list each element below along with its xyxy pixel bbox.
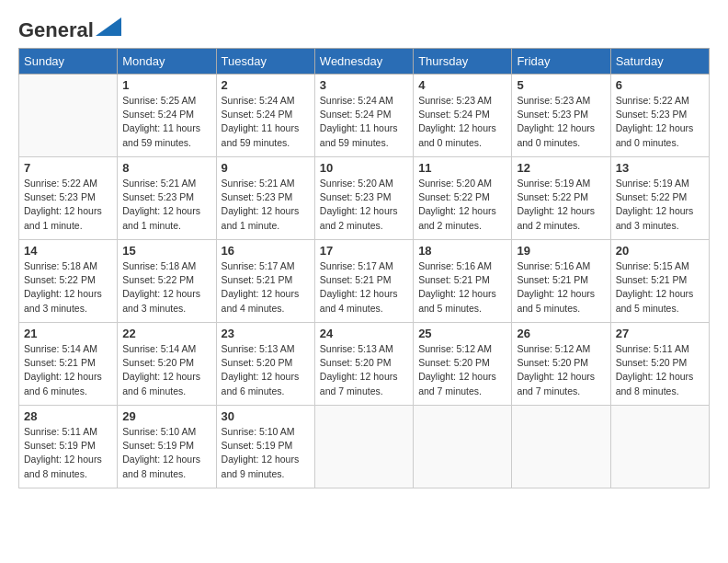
day-number: 7 [24,161,112,175]
calendar-table: SundayMondayTuesdayWednesdayThursdayFrid… [18,48,710,488]
calendar-cell: 21Sunrise: 5:14 AMSunset: 5:21 PMDayligh… [19,323,118,406]
calendar-cell: 15Sunrise: 5:18 AMSunset: 5:22 PMDayligh… [118,240,216,323]
day-number: 10 [320,161,408,175]
day-number: 9 [222,161,310,175]
day-info: Sunrise: 5:19 AMSunset: 5:22 PMDaylight:… [616,177,704,233]
weekday-header-tuesday: Tuesday [216,49,314,75]
calendar-cell: 16Sunrise: 5:17 AMSunset: 5:21 PMDayligh… [216,240,314,323]
day-info: Sunrise: 5:13 AMSunset: 5:20 PMDaylight:… [222,342,310,398]
day-number: 22 [122,327,210,340]
weekday-header-monday: Monday [118,49,216,75]
calendar-cell: 17Sunrise: 5:17 AMSunset: 5:21 PMDayligh… [314,240,413,323]
day-number: 17 [320,244,408,258]
day-info: Sunrise: 5:15 AMSunset: 5:21 PMDaylight:… [616,259,704,316]
day-info: Sunrise: 5:18 AMSunset: 5:22 PMDaylight:… [24,259,112,316]
calendar-cell: 1Sunrise: 5:25 AMSunset: 5:24 PMDaylight… [118,75,216,157]
calendar-cell: 10Sunrise: 5:20 AMSunset: 5:23 PMDayligh… [314,157,413,240]
day-info: Sunrise: 5:11 AMSunset: 5:20 PMDaylight:… [616,342,704,398]
day-info: Sunrise: 5:22 AMSunset: 5:23 PMDaylight:… [24,177,112,233]
calendar-cell: 9Sunrise: 5:21 AMSunset: 5:23 PMDaylight… [216,157,314,240]
calendar-cell: 5Sunrise: 5:23 AMSunset: 5:23 PMDaylight… [512,75,610,157]
day-number: 3 [320,78,408,92]
calendar-week-row: 28Sunrise: 5:11 AMSunset: 5:19 PMDayligh… [19,406,710,488]
day-info: Sunrise: 5:12 AMSunset: 5:20 PMDaylight:… [517,342,605,398]
day-number: 18 [418,244,506,258]
day-number: 24 [320,327,408,340]
day-number: 12 [517,161,605,175]
day-number: 29 [122,409,210,423]
calendar-cell: 12Sunrise: 5:19 AMSunset: 5:22 PMDayligh… [512,157,610,240]
day-info: Sunrise: 5:24 AMSunset: 5:24 PMDaylight:… [320,94,408,150]
day-number: 20 [616,244,704,258]
logo-general: General [18,18,94,42]
day-number: 19 [517,244,605,258]
weekday-header-saturday: Saturday [610,49,709,75]
day-number: 1 [122,78,210,92]
calendar-cell: 25Sunrise: 5:12 AMSunset: 5:20 PMDayligh… [414,323,512,406]
day-info: Sunrise: 5:23 AMSunset: 5:23 PMDaylight:… [517,94,605,150]
calendar-cell: 3Sunrise: 5:24 AMSunset: 5:24 PMDaylight… [314,75,413,157]
weekday-header-thursday: Thursday [414,49,512,75]
weekday-header-wednesday: Wednesday [314,49,413,75]
day-number: 27 [616,327,704,340]
day-info: Sunrise: 5:16 AMSunset: 5:21 PMDaylight:… [418,259,506,316]
day-info: Sunrise: 5:22 AMSunset: 5:23 PMDaylight:… [616,94,704,150]
calendar-cell [414,406,512,488]
day-number: 4 [418,78,506,92]
calendar-cell: 13Sunrise: 5:19 AMSunset: 5:22 PMDayligh… [610,157,709,240]
calendar-week-row: 14Sunrise: 5:18 AMSunset: 5:22 PMDayligh… [19,240,710,323]
day-info: Sunrise: 5:24 AMSunset: 5:24 PMDaylight:… [222,94,310,150]
day-info: Sunrise: 5:12 AMSunset: 5:20 PMDaylight:… [418,342,506,398]
calendar-cell: 7Sunrise: 5:22 AMSunset: 5:23 PMDaylight… [19,157,118,240]
svg-marker-0 [96,17,121,36]
calendar-week-row: 21Sunrise: 5:14 AMSunset: 5:21 PMDayligh… [19,323,710,406]
day-number: 25 [418,327,506,340]
calendar-cell: 26Sunrise: 5:12 AMSunset: 5:20 PMDayligh… [512,323,610,406]
day-info: Sunrise: 5:19 AMSunset: 5:22 PMDaylight:… [517,177,605,233]
page-header: General [18,18,710,39]
calendar-cell: 28Sunrise: 5:11 AMSunset: 5:19 PMDayligh… [19,406,118,488]
day-info: Sunrise: 5:18 AMSunset: 5:22 PMDaylight:… [122,259,210,316]
day-number: 28 [24,409,112,423]
day-number: 14 [24,244,112,258]
day-info: Sunrise: 5:11 AMSunset: 5:19 PMDaylight:… [24,425,112,481]
calendar-cell: 29Sunrise: 5:10 AMSunset: 5:19 PMDayligh… [118,406,216,488]
calendar-cell: 30Sunrise: 5:10 AMSunset: 5:19 PMDayligh… [216,406,314,488]
calendar-cell [512,406,610,488]
calendar-cell: 11Sunrise: 5:20 AMSunset: 5:22 PMDayligh… [414,157,512,240]
calendar-cell: 19Sunrise: 5:16 AMSunset: 5:21 PMDayligh… [512,240,610,323]
calendar-cell: 4Sunrise: 5:23 AMSunset: 5:24 PMDaylight… [414,75,512,157]
calendar-cell: 22Sunrise: 5:14 AMSunset: 5:20 PMDayligh… [118,323,216,406]
day-info: Sunrise: 5:21 AMSunset: 5:23 PMDaylight:… [122,177,210,233]
calendar-cell: 20Sunrise: 5:15 AMSunset: 5:21 PMDayligh… [610,240,709,323]
day-info: Sunrise: 5:13 AMSunset: 5:20 PMDaylight:… [320,342,408,398]
day-number: 30 [222,409,310,423]
day-info: Sunrise: 5:21 AMSunset: 5:23 PMDaylight:… [222,177,310,233]
day-number: 15 [122,244,210,258]
calendar-cell: 6Sunrise: 5:22 AMSunset: 5:23 PMDaylight… [610,75,709,157]
day-number: 16 [222,244,310,258]
day-number: 5 [517,78,605,92]
day-info: Sunrise: 5:14 AMSunset: 5:21 PMDaylight:… [24,342,112,398]
day-info: Sunrise: 5:17 AMSunset: 5:21 PMDaylight:… [222,259,310,316]
weekday-header-friday: Friday [512,49,610,75]
calendar-cell: 27Sunrise: 5:11 AMSunset: 5:20 PMDayligh… [610,323,709,406]
day-number: 11 [418,161,506,175]
calendar-cell [19,75,118,157]
day-number: 6 [616,78,704,92]
day-number: 23 [222,327,310,340]
calendar-cell: 18Sunrise: 5:16 AMSunset: 5:21 PMDayligh… [414,240,512,323]
day-number: 21 [24,327,112,340]
day-number: 26 [517,327,605,340]
calendar-cell [314,406,413,488]
day-info: Sunrise: 5:17 AMSunset: 5:21 PMDaylight:… [320,259,408,316]
calendar-week-row: 7Sunrise: 5:22 AMSunset: 5:23 PMDaylight… [19,157,710,240]
day-info: Sunrise: 5:10 AMSunset: 5:19 PMDaylight:… [222,425,310,481]
calendar-cell: 24Sunrise: 5:13 AMSunset: 5:20 PMDayligh… [314,323,413,406]
calendar-cell: 14Sunrise: 5:18 AMSunset: 5:22 PMDayligh… [19,240,118,323]
day-info: Sunrise: 5:10 AMSunset: 5:19 PMDaylight:… [122,425,210,481]
day-number: 13 [616,161,704,175]
day-info: Sunrise: 5:23 AMSunset: 5:24 PMDaylight:… [418,94,506,150]
calendar-week-row: 1Sunrise: 5:25 AMSunset: 5:24 PMDaylight… [19,75,710,157]
calendar-cell: 23Sunrise: 5:13 AMSunset: 5:20 PMDayligh… [216,323,314,406]
